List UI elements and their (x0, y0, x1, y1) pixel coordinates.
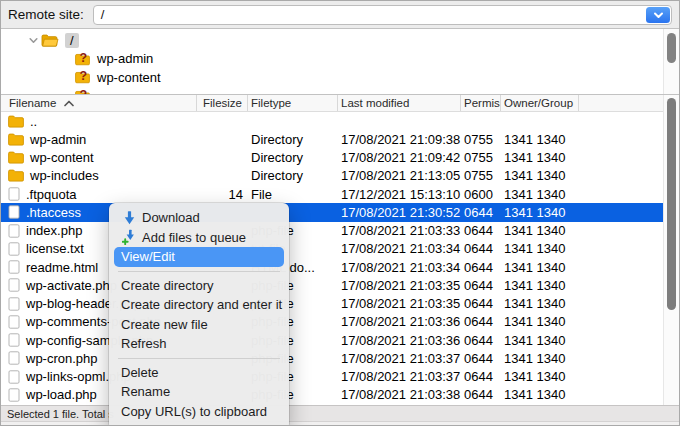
context-menu: DownloadAdd files to queueView/EditCreat… (109, 203, 289, 426)
file-row-wp-links-opml-php[interactable]: wp-links-opml.phpphp-file17/08/2021 21:0… (1, 368, 663, 386)
filezilla-remote-panel: Remote site: / /?wp-admin?wp-content? Fi… (0, 0, 680, 426)
filename: .ftpquota (26, 187, 77, 202)
owner-group: 1341 1340 (501, 351, 579, 366)
download-icon (121, 210, 137, 226)
bottom-strip (1, 421, 679, 426)
tree-scrollbar-thumb[interactable] (667, 33, 676, 63)
menu-item-refresh[interactable]: Refresh (109, 334, 289, 354)
expander-chevron-icon[interactable] (25, 35, 41, 46)
menu-item-create-new-file[interactable]: Create new file (109, 315, 289, 335)
filename: wp-content (30, 150, 94, 165)
filetype: Directory (248, 132, 338, 147)
owner-group: 1341 1340 (501, 333, 579, 348)
sort-ascending-icon (63, 99, 75, 108)
last-modified: 17/08/2021 21:03:37 (338, 369, 461, 384)
tree-scrollbar[interactable] (663, 29, 679, 94)
menu-item-add-files-to-queue[interactable]: Add files to queue (109, 228, 289, 248)
remote-site-bar: Remote site: / (1, 1, 679, 29)
file-row-wp-comments-post-php[interactable]: wp-comments-post.phpphp-file17/08/2021 2… (1, 313, 663, 331)
column-label: Filetype (251, 97, 291, 109)
file-row-wp-config-sample-php[interactable]: wp-config-sample.phpphp-file17/08/2021 2… (1, 331, 663, 349)
file-row-ftpquota[interactable]: .ftpquota14File17/12/2021 15:13:10060013… (1, 185, 663, 203)
folder-question-icon: ? (75, 52, 91, 66)
chevron-down-icon (653, 6, 664, 24)
permissions: 0755 (461, 168, 501, 183)
status-text: Selected 1 file. Total s (7, 408, 114, 420)
remote-site-label: Remote site: (8, 7, 84, 22)
menu-item-delete[interactable]: Delete (109, 363, 289, 383)
file-row-wp-content[interactable]: wp-contentDirectory17/08/2021 21:09:4207… (1, 149, 663, 167)
file-row-wp-cron-php[interactable]: wp-cron.phpphp-file17/08/2021 21:03:3706… (1, 349, 663, 367)
menu-item-view-edit[interactable]: View/Edit (114, 247, 284, 267)
tree-item-label: / (65, 33, 79, 48)
menu-item-label: Copy URL(s) to clipboard (121, 404, 267, 419)
menu-item-download[interactable]: Download (109, 208, 289, 228)
filetype: File (248, 187, 338, 202)
file-row-index-php[interactable]: index.phpphp-file17/08/2021 21:03:330644… (1, 222, 663, 240)
column-header-last-modified[interactable]: Last modified (338, 95, 461, 111)
column-header-owner-group[interactable]: Owner/Group (501, 95, 579, 111)
file-row-parent-dir[interactable]: .. (1, 112, 663, 130)
filesize: 14 (197, 187, 248, 202)
tree-item-wp-content[interactable]: ?wp-content (1, 68, 679, 87)
owner-group: 1341 1340 (501, 205, 579, 220)
remote-directory-tree: /?wp-admin?wp-content? (1, 29, 679, 95)
file-list-scrollbar[interactable] (663, 95, 679, 405)
filename: .. (30, 114, 37, 129)
permissions: 0644 (461, 296, 501, 311)
owner-group: 1341 1340 (501, 387, 579, 402)
permissions: 0644 (461, 205, 501, 220)
permissions: 0644 (461, 369, 501, 384)
file-list-rows: ..wp-adminDirectory17/08/2021 21:09:3807… (1, 112, 663, 404)
permissions: 0644 (461, 278, 501, 293)
file-row-wp-blog-header-php[interactable]: wp-blog-header.phpphp-file17/08/2021 21:… (1, 295, 663, 313)
add-to-queue-icon (121, 229, 137, 245)
filename: wp-load.php (26, 387, 97, 402)
column-header-filesize[interactable]: Filesize (197, 95, 248, 111)
column-header-filename[interactable]: Filename (1, 95, 197, 111)
permissions: 0600 (461, 187, 501, 202)
tree-item-wp-admin[interactable]: ?wp-admin (1, 50, 679, 69)
filetype: Directory (248, 150, 338, 165)
last-modified: 17/08/2021 21:03:38 (338, 387, 461, 402)
tree-item-label: wp-admin (97, 51, 153, 66)
file-list-scrollbar-thumb[interactable] (667, 98, 676, 310)
column-header-permissions[interactable]: Permissions (461, 95, 501, 111)
last-modified: 17/08/2021 21:13:05 (338, 168, 461, 183)
file-row-wp-admin[interactable]: wp-adminDirectory17/08/2021 21:09:380755… (1, 130, 663, 148)
last-modified: 17/08/2021 21:09:42 (338, 150, 461, 165)
file-row-htaccess[interactable]: .htaccess17/08/2021 21:30:5206441341 134… (1, 203, 663, 221)
column-label: Filename (9, 97, 56, 109)
file-icon (8, 315, 20, 329)
file-row-license-txt[interactable]: license.txttxt-file17/08/2021 21:03:3406… (1, 240, 663, 258)
tree-item-partial[interactable]: / (1, 31, 679, 50)
file-row-wp-includes[interactable]: wp-includesDirectory17/08/2021 21:13:050… (1, 167, 663, 185)
last-modified: 17/08/2021 21:03:34 (338, 260, 461, 275)
permissions: 0755 (461, 150, 501, 165)
combobox-dropdown-button[interactable] (646, 7, 670, 23)
owner-group: 1341 1340 (501, 150, 579, 165)
file-icon (8, 205, 20, 219)
filename: wp-cron.php (26, 351, 98, 366)
column-label: Permissions (464, 97, 501, 109)
permissions: 0644 (461, 223, 501, 238)
file-list-header: FilenameFilesizeFiletypeLast modifiedPer… (1, 95, 663, 112)
file-row-readme-html[interactable]: readme.htmlHTML do...17/08/2021 21:03:34… (1, 258, 663, 276)
folder-icon (8, 151, 24, 164)
menu-item-copy-url-s-to-clipboard[interactable]: Copy URL(s) to clipboard (109, 402, 289, 422)
column-header-filetype[interactable]: Filetype (248, 95, 338, 111)
menu-item-create-directory[interactable]: Create directory (109, 276, 289, 296)
file-icon (8, 224, 20, 238)
file-row-wp-load-php[interactable]: wp-load.phpphp-file17/08/2021 21:03:3806… (1, 386, 663, 404)
menu-item-create-directory-and-enter-it[interactable]: Create directory and enter it (109, 295, 289, 315)
file-row-wp-activate-php[interactable]: wp-activate.phpphp-file17/08/2021 21:03:… (1, 276, 663, 294)
owner-group: 1341 1340 (501, 369, 579, 384)
file-icon (8, 333, 20, 347)
last-modified: 17/12/2021 15:13:10 (338, 187, 461, 202)
tree-item-partial[interactable]: ? (1, 87, 679, 96)
file-icon (8, 260, 20, 274)
menu-item-rename[interactable]: Rename (109, 382, 289, 402)
remote-site-combobox[interactable]: / (93, 5, 672, 25)
folder-question-icon: ? (75, 70, 91, 84)
menu-item-label: Download (142, 210, 200, 225)
